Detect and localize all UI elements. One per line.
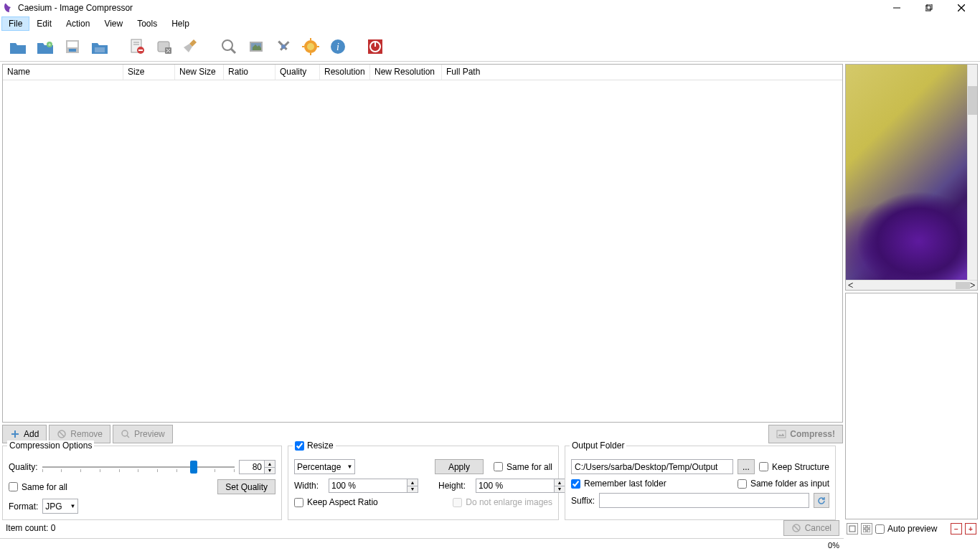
toolbar: + i xyxy=(0,32,980,62)
svg-rect-2 xyxy=(927,4,932,9)
output-group: Output Folder ... Keep Structure Remembe… xyxy=(565,446,836,520)
fit-button[interactable] xyxy=(847,523,858,534)
no-enlarge-checkbox: Do not enlarge images xyxy=(453,497,552,507)
options-panel: Compression Options Quality: ▲▼ xyxy=(2,446,843,520)
cancel-button[interactable]: Cancel xyxy=(783,520,839,536)
about-icon[interactable]: i xyxy=(327,36,349,57)
col-ratio[interactable]: Ratio xyxy=(224,65,275,80)
keep-structure-checkbox[interactable]: Keep Structure xyxy=(759,462,829,472)
zoom-out-button[interactable]: − xyxy=(951,523,962,534)
plus-icon xyxy=(10,429,20,439)
brush-clean-icon[interactable] xyxy=(181,36,202,57)
menubar: File Edit Action View Tools Help xyxy=(0,16,980,32)
col-newresolution[interactable]: New Resolution xyxy=(370,65,442,80)
preview-compressed xyxy=(845,293,978,519)
exit-icon[interactable] xyxy=(364,36,386,57)
col-name[interactable]: Name xyxy=(3,65,123,80)
minimize-button[interactable] xyxy=(880,0,913,16)
menu-view[interactable]: View xyxy=(97,17,130,31)
remember-folder-checkbox[interactable]: Remember last folder xyxy=(571,479,666,489)
height-value[interactable] xyxy=(476,479,554,492)
resize-checkbox[interactable] xyxy=(295,441,304,451)
format-value: JPG xyxy=(45,501,62,512)
quality-spinner[interactable]: ▲▼ xyxy=(239,460,275,474)
svg-rect-8 xyxy=(67,42,77,47)
spin-up[interactable]: ▲ xyxy=(265,461,275,468)
width-label: Width: xyxy=(294,481,319,491)
output-path-input[interactable] xyxy=(571,459,733,474)
svg-rect-48 xyxy=(863,525,866,528)
menu-tools[interactable]: Tools xyxy=(130,17,164,31)
svg-point-26 xyxy=(281,44,286,49)
maximize-button[interactable] xyxy=(913,0,945,16)
compress-icon[interactable] xyxy=(245,36,267,57)
itemcount-bar: Item count: 0 Cancel xyxy=(2,520,843,536)
menu-help[interactable]: Help xyxy=(164,17,197,31)
resize-mode-select[interactable]: Percentage ▼ xyxy=(294,459,355,474)
scroll-left-icon[interactable]: ᐸ xyxy=(848,281,853,289)
load-list-icon[interactable] xyxy=(89,36,110,57)
svg-line-41 xyxy=(60,432,65,437)
keep-aspect-checkbox[interactable]: Keep Aspect Ratio xyxy=(294,497,378,507)
col-resolution[interactable]: Resolution xyxy=(320,65,370,80)
file-table[interactable]: Name Size New Size Ratio Quality Resolut… xyxy=(2,64,843,423)
quality-value[interactable] xyxy=(240,461,264,474)
open-file-icon[interactable] xyxy=(7,36,29,57)
col-quality[interactable]: Quality xyxy=(275,65,320,80)
width-spinner[interactable]: ▲▼ xyxy=(329,479,418,493)
same-for-all-label: Same for all xyxy=(22,482,67,492)
menu-action[interactable]: Action xyxy=(59,17,97,31)
suffix-input[interactable] xyxy=(599,493,809,508)
apply-button[interactable]: Apply xyxy=(435,459,484,474)
spin-down[interactable]: ▼ xyxy=(265,468,275,474)
close-button[interactable] xyxy=(945,0,977,16)
original-size-button[interactable] xyxy=(861,523,872,534)
height-spinner[interactable]: ▲▼ xyxy=(476,479,565,493)
resize-mode-value: Percentage xyxy=(297,462,341,472)
preview-button[interactable]: Preview xyxy=(113,425,173,443)
quality-slider[interactable] xyxy=(42,459,235,475)
clear-list-icon[interactable] xyxy=(154,36,175,57)
compression-title: Compression Options xyxy=(7,441,94,451)
zoom-in-button[interactable]: + xyxy=(965,523,976,534)
compress-button[interactable]: Compress! xyxy=(768,425,843,443)
same-folder-checkbox[interactable]: Same folder as input xyxy=(738,479,829,489)
suffix-label: Suffix: xyxy=(571,496,595,506)
quality-label: Quality: xyxy=(9,462,38,472)
preview-icon[interactable] xyxy=(218,36,240,57)
app-icon xyxy=(3,2,14,14)
format-select[interactable]: JPG ▼ xyxy=(42,499,78,514)
settings-icon[interactable] xyxy=(273,36,294,57)
col-fullpath[interactable]: Full Path xyxy=(442,65,842,80)
browse-button[interactable]: ... xyxy=(738,459,755,474)
svg-rect-50 xyxy=(863,529,866,532)
remove-item-icon[interactable] xyxy=(126,36,148,57)
preview-vscrollbar[interactable] xyxy=(967,65,977,280)
same-for-all-checkbox[interactable]: Same for all xyxy=(9,482,67,492)
compression-group: Compression Options Quality: ▲▼ xyxy=(2,446,282,520)
col-size[interactable]: Size xyxy=(123,65,175,80)
auto-preview-checkbox[interactable]: Auto preview xyxy=(875,524,937,534)
width-value[interactable] xyxy=(329,479,407,492)
update-icon[interactable] xyxy=(300,36,321,57)
preview-hscrollbar[interactable]: ᐸᐳ xyxy=(846,280,977,290)
reset-suffix-button[interactable] xyxy=(814,493,829,508)
button-bar: Add Remove Preview Compress! xyxy=(2,425,843,443)
save-list-icon[interactable] xyxy=(62,36,83,57)
scroll-right-icon[interactable]: ᐳ xyxy=(970,281,975,289)
svg-point-28 xyxy=(307,43,314,50)
svg-line-46 xyxy=(793,526,798,531)
table-header: Name Size New Size Ratio Quality Resolut… xyxy=(3,65,842,80)
set-quality-button[interactable]: Set Quality xyxy=(217,479,275,494)
refresh-icon xyxy=(816,496,826,506)
svg-rect-49 xyxy=(867,525,870,528)
preview-controls: Auto preview − + xyxy=(845,522,978,536)
menu-file[interactable]: File xyxy=(1,17,29,31)
item-count-label: Item count: 0 xyxy=(6,523,55,533)
col-newsize[interactable]: New Size xyxy=(175,65,224,80)
preview-label: Preview xyxy=(134,429,165,439)
menu-edit[interactable]: Edit xyxy=(29,17,59,31)
preview-image xyxy=(846,65,967,280)
open-folder-icon[interactable]: + xyxy=(34,36,56,57)
resize-same-for-all-checkbox[interactable]: Same for all xyxy=(494,462,552,472)
